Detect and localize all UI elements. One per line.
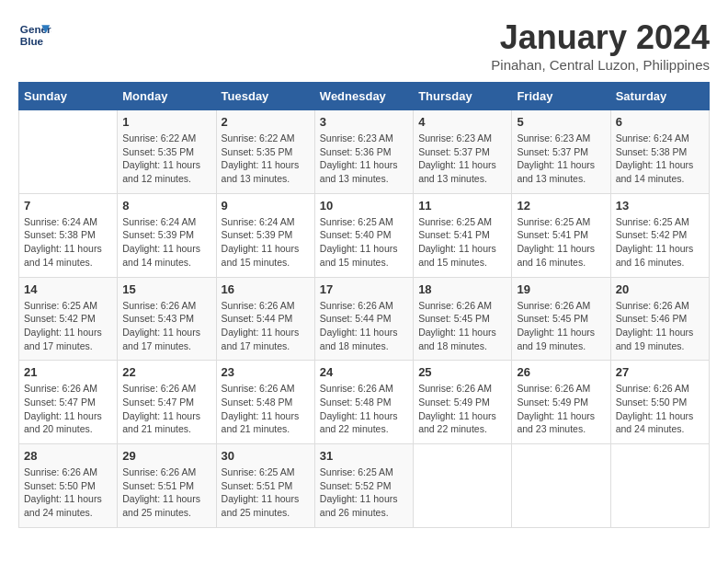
calendar-cell: 17Sunrise: 6:26 AM Sunset: 5:44 PM Dayli… — [314, 277, 413, 361]
calendar-cell: 9Sunrise: 6:24 AM Sunset: 5:39 PM Daylig… — [216, 193, 314, 277]
day-info: Sunrise: 6:26 AM Sunset: 5:45 PM Dayligh… — [517, 299, 605, 353]
calendar-cell: 2Sunrise: 6:22 AM Sunset: 5:35 PM Daylig… — [216, 110, 314, 194]
day-info: Sunrise: 6:25 AM Sunset: 5:42 PM Dayligh… — [24, 299, 112, 353]
calendar-title: January 2024 — [491, 18, 710, 57]
calendar-cell: 4Sunrise: 6:23 AM Sunset: 5:37 PM Daylig… — [414, 110, 512, 194]
day-info: Sunrise: 6:26 AM Sunset: 5:51 PM Dayligh… — [122, 465, 210, 520]
calendar-cell: 12Sunrise: 6:25 AM Sunset: 5:41 PM Dayli… — [512, 193, 610, 277]
day-number: 22 — [122, 365, 210, 379]
day-info: Sunrise: 6:25 AM Sunset: 5:52 PM Dayligh… — [320, 465, 408, 520]
day-info: Sunrise: 6:25 AM Sunset: 5:40 PM Dayligh… — [320, 215, 408, 270]
calendar-cell: 7Sunrise: 6:24 AM Sunset: 5:38 PM Daylig… — [19, 193, 118, 277]
day-info: Sunrise: 6:26 AM Sunset: 5:48 PM Dayligh… — [222, 382, 310, 436]
day-info: Sunrise: 6:22 AM Sunset: 5:35 PM Dayligh… — [222, 132, 310, 186]
calendar-cell: 20Sunrise: 6:26 AM Sunset: 5:46 PM Dayli… — [610, 277, 709, 361]
calendar-cell — [414, 444, 512, 528]
calendar-table: SundayMondayTuesdayWednesdayThursdayFrid… — [18, 82, 710, 528]
header-day-tuesday: Tuesday — [216, 83, 314, 110]
day-number: 29 — [122, 449, 210, 463]
header-day-wednesday: Wednesday — [314, 83, 413, 110]
page-header: General Blue January 2024 Pinahan, Centr… — [18, 18, 710, 73]
header-day-sunday: Sunday — [19, 83, 118, 110]
day-info: Sunrise: 6:23 AM Sunset: 5:36 PM Dayligh… — [320, 132, 408, 186]
calendar-week-4: 21Sunrise: 6:26 AM Sunset: 5:47 PM Dayli… — [19, 361, 710, 444]
calendar-cell: 1Sunrise: 6:22 AM Sunset: 5:35 PM Daylig… — [118, 110, 216, 194]
calendar-cell: 5Sunrise: 6:23 AM Sunset: 5:37 PM Daylig… — [512, 110, 610, 194]
calendar-subtitle: Pinahan, Central Luzon, Philippines — [491, 57, 710, 73]
day-info: Sunrise: 6:23 AM Sunset: 5:37 PM Dayligh… — [418, 132, 506, 186]
day-info: Sunrise: 6:24 AM Sunset: 5:39 PM Dayligh… — [122, 215, 210, 270]
calendar-cell: 26Sunrise: 6:26 AM Sunset: 5:49 PM Dayli… — [512, 361, 610, 444]
day-number: 7 — [24, 199, 112, 213]
day-number: 17 — [320, 282, 408, 296]
calendar-body: 1Sunrise: 6:22 AM Sunset: 5:35 PM Daylig… — [19, 110, 710, 528]
day-info: Sunrise: 6:26 AM Sunset: 5:43 PM Dayligh… — [122, 299, 210, 353]
day-number: 4 — [418, 115, 506, 129]
day-info: Sunrise: 6:26 AM Sunset: 5:48 PM Dayligh… — [320, 382, 408, 436]
day-number: 6 — [616, 115, 704, 129]
day-number: 18 — [418, 282, 506, 296]
day-info: Sunrise: 6:25 AM Sunset: 5:42 PM Dayligh… — [616, 215, 704, 270]
day-number: 5 — [517, 115, 605, 129]
day-number: 21 — [24, 365, 112, 379]
header-day-saturday: Saturday — [610, 83, 709, 110]
logo-icon: General Blue — [18, 18, 51, 52]
calendar-cell: 3Sunrise: 6:23 AM Sunset: 5:36 PM Daylig… — [314, 110, 413, 194]
calendar-cell: 15Sunrise: 6:26 AM Sunset: 5:43 PM Dayli… — [118, 277, 216, 361]
day-number: 8 — [122, 199, 210, 213]
calendar-cell: 30Sunrise: 6:25 AM Sunset: 5:51 PM Dayli… — [216, 444, 314, 528]
title-block: January 2024 Pinahan, Central Luzon, Phi… — [491, 18, 710, 73]
day-number: 19 — [517, 282, 605, 296]
day-info: Sunrise: 6:26 AM Sunset: 5:50 PM Dayligh… — [24, 465, 112, 520]
calendar-header: SundayMondayTuesdayWednesdayThursdayFrid… — [19, 83, 710, 110]
day-info: Sunrise: 6:25 AM Sunset: 5:51 PM Dayligh… — [222, 465, 310, 520]
calendar-cell: 24Sunrise: 6:26 AM Sunset: 5:48 PM Dayli… — [314, 361, 413, 444]
day-number: 28 — [24, 449, 112, 463]
day-number: 31 — [320, 449, 408, 463]
day-number: 25 — [418, 365, 506, 379]
day-number: 2 — [222, 115, 310, 129]
day-number: 13 — [616, 199, 704, 213]
calendar-cell: 31Sunrise: 6:25 AM Sunset: 5:52 PM Dayli… — [314, 444, 413, 528]
header-day-thursday: Thursday — [414, 83, 512, 110]
calendar-cell: 13Sunrise: 6:25 AM Sunset: 5:42 PM Dayli… — [610, 193, 709, 277]
day-info: Sunrise: 6:25 AM Sunset: 5:41 PM Dayligh… — [418, 215, 506, 270]
calendar-cell: 18Sunrise: 6:26 AM Sunset: 5:45 PM Dayli… — [414, 277, 512, 361]
header-day-monday: Monday — [118, 83, 216, 110]
day-info: Sunrise: 6:26 AM Sunset: 5:50 PM Dayligh… — [616, 382, 704, 436]
svg-text:Blue: Blue — [20, 35, 44, 47]
calendar-cell: 14Sunrise: 6:25 AM Sunset: 5:42 PM Dayli… — [19, 277, 118, 361]
day-info: Sunrise: 6:26 AM Sunset: 5:45 PM Dayligh… — [418, 299, 506, 353]
calendar-cell — [610, 444, 709, 528]
day-info: Sunrise: 6:22 AM Sunset: 5:35 PM Dayligh… — [122, 132, 210, 186]
day-number: 30 — [222, 449, 310, 463]
day-info: Sunrise: 6:26 AM Sunset: 5:49 PM Dayligh… — [517, 382, 605, 436]
day-number: 15 — [122, 282, 210, 296]
calendar-cell: 22Sunrise: 6:26 AM Sunset: 5:47 PM Dayli… — [118, 361, 216, 444]
day-number: 1 — [122, 115, 210, 129]
day-number: 12 — [517, 199, 605, 213]
calendar-cell: 19Sunrise: 6:26 AM Sunset: 5:45 PM Dayli… — [512, 277, 610, 361]
day-info: Sunrise: 6:26 AM Sunset: 5:49 PM Dayligh… — [418, 382, 506, 436]
day-info: Sunrise: 6:23 AM Sunset: 5:37 PM Dayligh… — [517, 132, 605, 186]
calendar-cell — [19, 110, 118, 194]
calendar-cell: 29Sunrise: 6:26 AM Sunset: 5:51 PM Dayli… — [118, 444, 216, 528]
day-number: 24 — [320, 365, 408, 379]
day-info: Sunrise: 6:26 AM Sunset: 5:46 PM Dayligh… — [616, 299, 704, 353]
calendar-cell: 23Sunrise: 6:26 AM Sunset: 5:48 PM Dayli… — [216, 361, 314, 444]
day-info: Sunrise: 6:24 AM Sunset: 5:38 PM Dayligh… — [24, 215, 112, 270]
day-number: 20 — [616, 282, 704, 296]
day-number: 14 — [24, 282, 112, 296]
header-day-friday: Friday — [512, 83, 610, 110]
calendar-cell — [512, 444, 610, 528]
day-info: Sunrise: 6:26 AM Sunset: 5:44 PM Dayligh… — [320, 299, 408, 353]
calendar-cell: 11Sunrise: 6:25 AM Sunset: 5:41 PM Dayli… — [414, 193, 512, 277]
day-number: 3 — [320, 115, 408, 129]
calendar-cell: 8Sunrise: 6:24 AM Sunset: 5:39 PM Daylig… — [118, 193, 216, 277]
calendar-week-1: 1Sunrise: 6:22 AM Sunset: 5:35 PM Daylig… — [19, 110, 710, 194]
day-info: Sunrise: 6:26 AM Sunset: 5:47 PM Dayligh… — [122, 382, 210, 436]
calendar-cell: 16Sunrise: 6:26 AM Sunset: 5:44 PM Dayli… — [216, 277, 314, 361]
logo: General Blue — [18, 18, 51, 52]
calendar-cell: 27Sunrise: 6:26 AM Sunset: 5:50 PM Dayli… — [610, 361, 709, 444]
day-number: 16 — [222, 282, 310, 296]
